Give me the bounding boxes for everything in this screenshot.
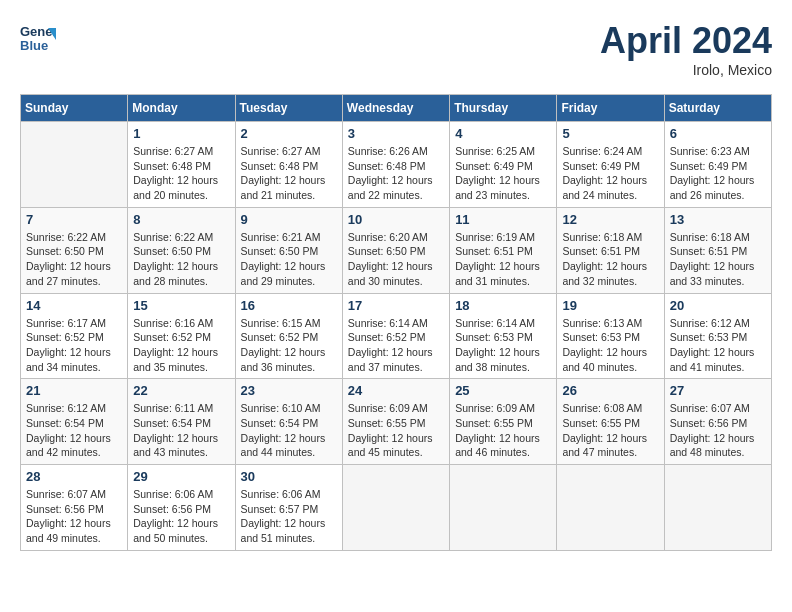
calendar-cell: 21Sunrise: 6:12 AM Sunset: 6:54 PM Dayli… — [21, 379, 128, 465]
day-info: Sunrise: 6:18 AM Sunset: 6:51 PM Dayligh… — [562, 230, 658, 289]
day-info: Sunrise: 6:12 AM Sunset: 6:53 PM Dayligh… — [670, 316, 766, 375]
day-number: 23 — [241, 383, 337, 398]
day-number: 5 — [562, 126, 658, 141]
day-number: 15 — [133, 298, 229, 313]
calendar-cell: 5Sunrise: 6:24 AM Sunset: 6:49 PM Daylig… — [557, 122, 664, 208]
calendar-cell: 13Sunrise: 6:18 AM Sunset: 6:51 PM Dayli… — [664, 207, 771, 293]
calendar-week-row: 7Sunrise: 6:22 AM Sunset: 6:50 PM Daylig… — [21, 207, 772, 293]
day-number: 11 — [455, 212, 551, 227]
calendar-cell: 28Sunrise: 6:07 AM Sunset: 6:56 PM Dayli… — [21, 465, 128, 551]
calendar-cell: 22Sunrise: 6:11 AM Sunset: 6:54 PM Dayli… — [128, 379, 235, 465]
calendar-cell: 17Sunrise: 6:14 AM Sunset: 6:52 PM Dayli… — [342, 293, 449, 379]
calendar-cell: 2Sunrise: 6:27 AM Sunset: 6:48 PM Daylig… — [235, 122, 342, 208]
calendar-cell: 9Sunrise: 6:21 AM Sunset: 6:50 PM Daylig… — [235, 207, 342, 293]
day-number: 1 — [133, 126, 229, 141]
calendar-cell: 15Sunrise: 6:16 AM Sunset: 6:52 PM Dayli… — [128, 293, 235, 379]
calendar-cell: 7Sunrise: 6:22 AM Sunset: 6:50 PM Daylig… — [21, 207, 128, 293]
day-number: 25 — [455, 383, 551, 398]
calendar-cell: 18Sunrise: 6:14 AM Sunset: 6:53 PM Dayli… — [450, 293, 557, 379]
day-info: Sunrise: 6:08 AM Sunset: 6:55 PM Dayligh… — [562, 401, 658, 460]
day-number: 2 — [241, 126, 337, 141]
calendar-week-row: 14Sunrise: 6:17 AM Sunset: 6:52 PM Dayli… — [21, 293, 772, 379]
day-info: Sunrise: 6:27 AM Sunset: 6:48 PM Dayligh… — [133, 144, 229, 203]
calendar-cell: 26Sunrise: 6:08 AM Sunset: 6:55 PM Dayli… — [557, 379, 664, 465]
day-info: Sunrise: 6:16 AM Sunset: 6:52 PM Dayligh… — [133, 316, 229, 375]
day-info: Sunrise: 6:24 AM Sunset: 6:49 PM Dayligh… — [562, 144, 658, 203]
day-number: 6 — [670, 126, 766, 141]
day-number: 26 — [562, 383, 658, 398]
calendar-cell — [342, 465, 449, 551]
svg-text:Blue: Blue — [20, 38, 48, 53]
day-info: Sunrise: 6:22 AM Sunset: 6:50 PM Dayligh… — [26, 230, 122, 289]
calendar-cell — [664, 465, 771, 551]
day-info: Sunrise: 6:07 AM Sunset: 6:56 PM Dayligh… — [26, 487, 122, 546]
title-block: April 2024 Irolo, Mexico — [600, 20, 772, 78]
day-info: Sunrise: 6:11 AM Sunset: 6:54 PM Dayligh… — [133, 401, 229, 460]
day-number: 16 — [241, 298, 337, 313]
day-number: 4 — [455, 126, 551, 141]
month-title: April 2024 — [600, 20, 772, 62]
day-info: Sunrise: 6:26 AM Sunset: 6:48 PM Dayligh… — [348, 144, 444, 203]
calendar-cell — [450, 465, 557, 551]
calendar-cell — [21, 122, 128, 208]
day-number: 28 — [26, 469, 122, 484]
calendar-week-row: 28Sunrise: 6:07 AM Sunset: 6:56 PM Dayli… — [21, 465, 772, 551]
day-number: 8 — [133, 212, 229, 227]
weekday-header: Saturday — [664, 95, 771, 122]
weekday-header: Friday — [557, 95, 664, 122]
day-info: Sunrise: 6:12 AM Sunset: 6:54 PM Dayligh… — [26, 401, 122, 460]
weekday-header: Monday — [128, 95, 235, 122]
day-info: Sunrise: 6:27 AM Sunset: 6:48 PM Dayligh… — [241, 144, 337, 203]
day-number: 9 — [241, 212, 337, 227]
day-info: Sunrise: 6:06 AM Sunset: 6:56 PM Dayligh… — [133, 487, 229, 546]
calendar-cell: 24Sunrise: 6:09 AM Sunset: 6:55 PM Dayli… — [342, 379, 449, 465]
day-info: Sunrise: 6:18 AM Sunset: 6:51 PM Dayligh… — [670, 230, 766, 289]
day-info: Sunrise: 6:20 AM Sunset: 6:50 PM Dayligh… — [348, 230, 444, 289]
calendar-cell: 11Sunrise: 6:19 AM Sunset: 6:51 PM Dayli… — [450, 207, 557, 293]
calendar-cell: 4Sunrise: 6:25 AM Sunset: 6:49 PM Daylig… — [450, 122, 557, 208]
weekday-header: Sunday — [21, 95, 128, 122]
calendar-cell: 6Sunrise: 6:23 AM Sunset: 6:49 PM Daylig… — [664, 122, 771, 208]
calendar-week-row: 21Sunrise: 6:12 AM Sunset: 6:54 PM Dayli… — [21, 379, 772, 465]
day-number: 24 — [348, 383, 444, 398]
calendar-cell: 25Sunrise: 6:09 AM Sunset: 6:55 PM Dayli… — [450, 379, 557, 465]
calendar-cell: 10Sunrise: 6:20 AM Sunset: 6:50 PM Dayli… — [342, 207, 449, 293]
day-number: 3 — [348, 126, 444, 141]
calendar-cell: 30Sunrise: 6:06 AM Sunset: 6:57 PM Dayli… — [235, 465, 342, 551]
logo: General Blue — [20, 20, 60, 56]
day-number: 14 — [26, 298, 122, 313]
weekday-header: Thursday — [450, 95, 557, 122]
day-number: 29 — [133, 469, 229, 484]
day-number: 22 — [133, 383, 229, 398]
weekday-header: Tuesday — [235, 95, 342, 122]
day-info: Sunrise: 6:09 AM Sunset: 6:55 PM Dayligh… — [348, 401, 444, 460]
weekday-header: Wednesday — [342, 95, 449, 122]
calendar-cell: 3Sunrise: 6:26 AM Sunset: 6:48 PM Daylig… — [342, 122, 449, 208]
calendar-cell: 20Sunrise: 6:12 AM Sunset: 6:53 PM Dayli… — [664, 293, 771, 379]
day-number: 27 — [670, 383, 766, 398]
day-number: 13 — [670, 212, 766, 227]
day-number: 19 — [562, 298, 658, 313]
day-info: Sunrise: 6:17 AM Sunset: 6:52 PM Dayligh… — [26, 316, 122, 375]
calendar-cell: 23Sunrise: 6:10 AM Sunset: 6:54 PM Dayli… — [235, 379, 342, 465]
day-info: Sunrise: 6:21 AM Sunset: 6:50 PM Dayligh… — [241, 230, 337, 289]
logo-icon: General Blue — [20, 20, 56, 56]
calendar-cell: 12Sunrise: 6:18 AM Sunset: 6:51 PM Dayli… — [557, 207, 664, 293]
day-info: Sunrise: 6:25 AM Sunset: 6:49 PM Dayligh… — [455, 144, 551, 203]
calendar-table: SundayMondayTuesdayWednesdayThursdayFrid… — [20, 94, 772, 551]
calendar-cell: 29Sunrise: 6:06 AM Sunset: 6:56 PM Dayli… — [128, 465, 235, 551]
day-number: 12 — [562, 212, 658, 227]
day-info: Sunrise: 6:13 AM Sunset: 6:53 PM Dayligh… — [562, 316, 658, 375]
day-info: Sunrise: 6:07 AM Sunset: 6:56 PM Dayligh… — [670, 401, 766, 460]
calendar-cell: 1Sunrise: 6:27 AM Sunset: 6:48 PM Daylig… — [128, 122, 235, 208]
day-info: Sunrise: 6:14 AM Sunset: 6:53 PM Dayligh… — [455, 316, 551, 375]
day-info: Sunrise: 6:15 AM Sunset: 6:52 PM Dayligh… — [241, 316, 337, 375]
day-info: Sunrise: 6:06 AM Sunset: 6:57 PM Dayligh… — [241, 487, 337, 546]
day-info: Sunrise: 6:22 AM Sunset: 6:50 PM Dayligh… — [133, 230, 229, 289]
calendar-cell — [557, 465, 664, 551]
day-number: 20 — [670, 298, 766, 313]
day-info: Sunrise: 6:09 AM Sunset: 6:55 PM Dayligh… — [455, 401, 551, 460]
day-info: Sunrise: 6:14 AM Sunset: 6:52 PM Dayligh… — [348, 316, 444, 375]
day-number: 10 — [348, 212, 444, 227]
calendar-header-row: SundayMondayTuesdayWednesdayThursdayFrid… — [21, 95, 772, 122]
